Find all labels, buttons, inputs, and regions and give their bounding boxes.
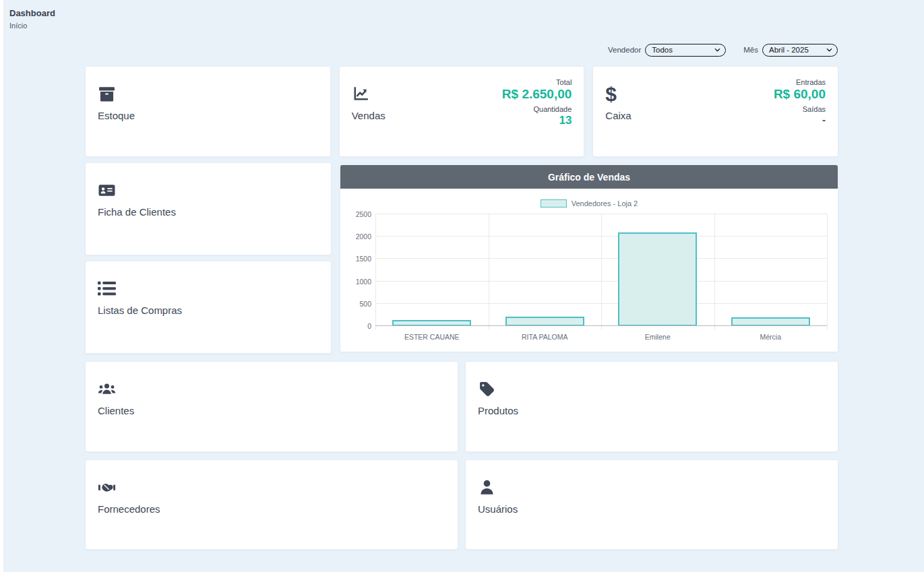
saidas-value: - (774, 113, 826, 127)
tag-icon (478, 381, 496, 398)
chart-legend: Vendedores - Loja 2 (350, 189, 828, 209)
saidas-label: Saídas (774, 105, 826, 113)
x-axis-label: ESTER CAUANE (375, 333, 489, 341)
legend-label: Vendedores - Loja 2 (572, 199, 638, 208)
card-label: Caixa (605, 110, 631, 121)
legend-swatch (541, 199, 567, 208)
x-axis-label: RITA PALOMA (489, 333, 602, 341)
vendedor-select[interactable]: Todos (645, 44, 726, 57)
card-vendas[interactable]: Vendas Total R$ 2.650,00 Quantidade 13 (340, 67, 584, 156)
gridline (375, 325, 827, 327)
y-tick-label: 1000 (347, 278, 371, 286)
card-label: Fornecedores (98, 503, 160, 515)
total-label: Total (502, 78, 572, 86)
card-fornecedores[interactable]: Fornecedores (86, 460, 458, 549)
mes-label: Mês (743, 46, 758, 54)
y-tick-label: 0 (347, 322, 371, 330)
chart-bar (618, 232, 697, 326)
card-label: Listas de Compras (98, 305, 182, 316)
total-value: R$ 2.650,00 (502, 86, 572, 102)
y-tick-label: 2000 (347, 232, 371, 241)
sales-chart-panel: Gráfico de Vendas Vendedores - Loja 2 05… (340, 165, 838, 352)
chart-plot: 05001000150020002500 (375, 214, 827, 326)
card-ficha-clientes[interactable]: Ficha de Clientes (86, 163, 331, 255)
handshake-icon (98, 479, 116, 496)
dollar-sign-icon: $ (605, 86, 623, 102)
chart-body: Vendedores - Loja 2 05001000150020002500… (340, 189, 838, 352)
card-label: Vendas (352, 110, 386, 121)
filters-bar: Vendedor Todos Mês Abril - 2025 (86, 43, 838, 57)
user-icon (478, 479, 496, 496)
page-header: Dashboard Início (0, 0, 924, 30)
x-axis-label: Emilene (601, 333, 714, 341)
card-label: Clientes (98, 405, 134, 416)
entradas-value: R$ 60,00 (774, 86, 826, 102)
quantidade-value: 13 (502, 113, 572, 127)
gridline (714, 214, 715, 330)
gridline (375, 214, 376, 330)
chart-line-icon (352, 86, 370, 102)
address-card-icon (98, 182, 116, 199)
vendedor-filter: Vendedor Todos (608, 43, 726, 57)
card-label: Ficha de Clientes (98, 206, 176, 218)
quantidade-label: Quantidade (502, 105, 572, 113)
vendedor-label: Vendedor (608, 46, 641, 54)
mes-filter: Mês Abril - 2025 (743, 43, 838, 57)
entradas-label: Entradas (774, 78, 826, 86)
card-label: Produtos (478, 405, 518, 416)
x-axis-label: Mércia (714, 333, 828, 341)
y-tick-label: 500 (347, 300, 371, 308)
y-tick-label: 2500 (347, 210, 371, 218)
card-listas-compras[interactable]: Listas de Compras (86, 261, 331, 353)
gridline (601, 214, 602, 330)
chart-title: Gráfico de Vendas (340, 165, 838, 189)
users-icon (98, 381, 116, 398)
mes-select[interactable]: Abril - 2025 (762, 44, 838, 57)
list-icon (98, 280, 116, 297)
card-usuarios[interactable]: Usuários (466, 460, 838, 549)
gridline (827, 214, 828, 330)
gridline (489, 214, 489, 330)
left-edge-strip (0, 0, 3, 572)
card-label: Estoque (98, 110, 135, 121)
y-tick-label: 1500 (347, 255, 371, 263)
card-caixa[interactable]: $ Caixa Entradas R$ 60,00 Saídas - (593, 67, 838, 156)
card-produtos[interactable]: Produtos (466, 362, 838, 451)
card-estoque[interactable]: Estoque (86, 67, 330, 156)
card-clientes[interactable]: Clientes (86, 362, 458, 451)
page-title: Dashboard (9, 8, 924, 18)
box-archive-icon (98, 86, 116, 102)
breadcrumb[interactable]: Início (9, 22, 924, 30)
card-label: Usuários (478, 503, 518, 515)
content-area: Vendedor Todos Mês Abril - 2025 (86, 43, 838, 549)
